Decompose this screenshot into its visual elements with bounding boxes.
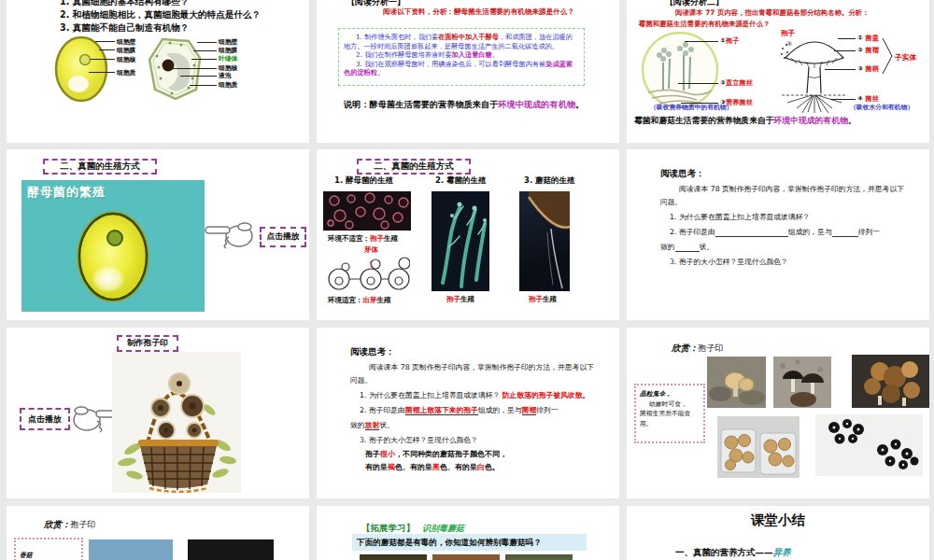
poison-mushroom-photo-3 — [505, 554, 573, 560]
slide-title-box: 制作孢子印 — [117, 335, 178, 352]
question-line: 2. 和植物细胞相比，真菌细胞最大的特点是什么？ — [60, 8, 261, 21]
mushroom-box-photo — [717, 416, 800, 478]
plant-label: 细胞核 — [219, 64, 237, 72]
question-1: 1. 为什么要在菌盖上扣上培养皿或玻璃杯？ — [670, 213, 810, 222]
think-heading: 阅读思考： — [660, 168, 705, 180]
play-button[interactable]: 点击播放 — [260, 227, 306, 247]
material-item: 1. 制作馒头面包时，我们要 — [356, 33, 438, 41]
bud-label: 芽体 — [364, 245, 378, 255]
slide-thumbnail-3[interactable]: 【阅读分析二】 阅读课本 77 页内容，指出青霉和蘑菇各部分结构名称。分析： 霉… — [627, 0, 929, 143]
summary-point-1: 一、真菌的营养方式——异养 — [675, 547, 791, 559]
slide-thumbnail-10[interactable]: 欣赏：孢子印 香菇 — [7, 506, 309, 560]
reading-prompt-line2: 霉菌和蘑菇生活需要的有机物来源是什么？ — [639, 20, 770, 29]
mushroom-label: ④ 菌丝 — [857, 95, 879, 103]
material-item: 3. 我们在观察酵母菌时，用碘液染色后，可以看到酵母菌内有被 — [356, 60, 545, 68]
slide-sorter-grid: 1. 真菌细胞的基本结构有哪些？ 2. 和植物细胞相比，真菌细胞最大的特点是什么… — [0, 0, 934, 560]
slide-thumbnail-11[interactable]: 【拓展学习】 识别毒蘑菇 下面的蘑菇都是有毒的，你知道如何辨别毒蘑菇吗？ — [317, 506, 619, 560]
question-2-cont: 致的状。 — [660, 243, 714, 252]
reading-prompt: 阅读以下资料，分析：酵母菌生活需要的有机物来源是什么？ — [326, 7, 602, 17]
summary-line: 霉菌和蘑菇生活需要的营养物质来自于环境中现成的有机物。 — [634, 116, 856, 127]
mushroom-photo-2 — [773, 357, 831, 408]
yeast-label: 细胞壁 — [117, 38, 135, 46]
intro-line1: 阅读课本 78 页制作孢子印内容，掌握制作孢子印的方法，并思考以下 — [369, 363, 594, 372]
question-line: 1. 真菌细胞的基本结构有哪些？ — [60, 0, 261, 8]
poison-mushroom-photo-1 — [360, 554, 427, 560]
mold-label: ①孢子 — [720, 37, 739, 45]
slide-thumbnail-4[interactable]: 二、真菌的生殖方式 酵母菌的繁殖 — [7, 149, 309, 320]
intro-line2: 问题。 — [660, 198, 682, 207]
budding-diagram — [324, 256, 410, 295]
mushroom-spore-label: 孢子 — [781, 29, 795, 38]
slide-thumbnail-1[interactable]: 1. 真菌细胞的基本结构有哪些？ 2. 和植物细胞相比，真菌细胞最大的特点是什么… — [7, 0, 309, 143]
plant-cell-diagram — [148, 37, 202, 101]
slide-title-box: 二、真菌的生殖方式 — [357, 159, 471, 175]
slide-thumbnail-5[interactable]: 二、真菌的生殖方式 1. 酵母菌的生殖 2. 霉菌的生殖 3. 蘑菇的生殖 环境… — [317, 149, 619, 320]
summary-point-accent: 异养 — [773, 547, 791, 557]
intro-line1: 阅读课本 78 页制作孢子印内容，掌握制作孢子印的方法，并思考以下 — [679, 185, 904, 194]
pointing-hand-icon — [202, 217, 256, 250]
answer-blank-2: 菌褶 — [522, 406, 537, 415]
yeast-cell-video-image — [70, 204, 156, 307]
material-item-accent: 加入适量白糖 — [452, 50, 492, 59]
mushroom-note: （吸收水分和有机物） — [850, 104, 923, 112]
plant-label-chloroplast: 叶绿体 — [219, 55, 237, 63]
question-3: 3. 孢子的大小怎样？呈现什么颜色？ — [670, 258, 788, 267]
column-heading: 1. 酵母菌的生殖 — [334, 175, 393, 187]
slide-thumbnail-9[interactable]: 欣赏：孢子印 晶粒鬼伞， 幼嫩时可食， 菌褶变黑后不能食 用。 — [627, 328, 929, 498]
mushroom-photo-3 — [852, 355, 929, 408]
poison-mushroom-photo-2 — [432, 554, 500, 560]
answer-3-line2: 有的呈褐色、有的呈黑色、有的呈白色。 — [365, 462, 500, 472]
yeast-cell-diagram — [54, 35, 108, 103]
blue-spore-print-photo — [89, 539, 173, 560]
material-item: 2. 我们在制作酵母菌培养液时要 — [356, 50, 452, 59]
summary-line: 说明：酵母菌生活需要的营养物质来自于环境中现成的有机物。 — [344, 99, 584, 111]
mold-note: （吸收营养物质中的有机物） — [650, 104, 740, 112]
video-frame[interactable]: 酵母菌的繁殖 — [21, 180, 205, 312]
summary-title: 课堂小结 — [627, 511, 929, 529]
plant-label: 液泡 — [219, 72, 232, 79]
slide-thumbnail-8[interactable]: 阅读思考： 阅读课本 78 页制作孢子印内容，掌握制作孢子印的方法，并思考以下 … — [317, 328, 619, 498]
caption-mold-spore: 孢子生殖 — [446, 295, 474, 304]
appreciation-heading: 欣赏：孢子印 — [672, 337, 724, 355]
fruiting-body-brace — [881, 35, 894, 77]
play-button[interactable]: 点击播放 — [20, 408, 70, 430]
material-item: 。 — [377, 68, 384, 77]
material-item-accent: 在面粉中加入干酵母 — [438, 33, 499, 41]
dark-spore-print-photo — [188, 539, 274, 560]
reading-prompt-line1: 阅读课本 77 页内容，指出青霉和蘑菇各部分结构名称。分析： — [675, 8, 870, 18]
mushroom-spore-number: ⑤ — [786, 40, 792, 48]
slide-thumbnail-2[interactable]: 【阅读分析一】 阅读以下资料，分析：酵母菌生活需要的有机物来源是什么？ 1. 制… — [317, 0, 619, 143]
plant-label: 细胞膜 — [219, 47, 237, 54]
question-2-cont: 致的放射状。 — [350, 421, 394, 430]
summary-accent: 环境中现成的有机物 — [498, 99, 575, 109]
section-header: 【阅读分析二】 — [665, 0, 724, 8]
question-1-with-answer: 1. 为什么要在菌盖上扣上培养皿或玻璃杯？ 防止散落的孢子被风吹散。 — [360, 391, 589, 400]
mushroom-photo — [519, 191, 570, 291]
extension-heading: 【拓展学习】 识别毒蘑菇 — [361, 517, 464, 535]
answer-3-line1: 孢子很小，不同种类的蘑菇孢子颜色不同， — [365, 449, 507, 459]
question-2-with-answers: 2. 孢子印是由菌褶上散落下来的孢子组成的，呈与菌褶排列一 — [360, 406, 559, 415]
column-heading: 2. 霉菌的生殖 — [435, 175, 487, 187]
mushroom-photo-1 — [707, 357, 766, 408]
yeast-label: 细胞膜 — [117, 47, 135, 54]
think-heading: 阅读思考： — [350, 346, 395, 358]
answer-blank-1: 菌褶上散落下来的孢子 — [405, 406, 478, 415]
answer-blank-3: 放射 — [365, 421, 380, 430]
slide-thumbnail-7[interactable]: 制作孢子印 点击播放 — [7, 328, 309, 498]
fruiting-body-label: 子实体 — [895, 52, 916, 63]
plant-label: 细胞质 — [219, 81, 237, 89]
mushroom-label: ① 菌盖 — [857, 35, 879, 42]
mold-label: ②直立菌丝 — [720, 79, 753, 87]
material-item: 。 — [492, 50, 499, 59]
mold-diagram — [641, 31, 719, 109]
caption-mushroom-spore: 孢子生殖 — [529, 295, 557, 304]
slide-thumbnail-6[interactable]: 阅读思考： 阅读课本 78 页制作孢子印内容，掌握制作孢子印的方法，并思考以下 … — [627, 149, 929, 320]
question-banner: 下面的蘑菇都是有毒的，你知道如何辨别毒蘑菇吗？ — [352, 534, 587, 551]
caption-budding-mode: 环境适宜：出芽生殖 — [328, 296, 391, 305]
black-spore-prints-photo — [815, 414, 923, 476]
question-3: 3. 孢子的大小怎样？呈现什么颜色？ — [360, 436, 478, 445]
mushroom-label: ③ 菌柄 — [857, 65, 879, 73]
slide-thumbnail-12[interactable]: 课堂小结 一、真菌的营养方式——异养 — [627, 506, 929, 560]
mushroom-label: ② 菌褶 — [857, 47, 879, 54]
answer-1: 防止散落的孢子被风吹散。 — [502, 391, 590, 399]
